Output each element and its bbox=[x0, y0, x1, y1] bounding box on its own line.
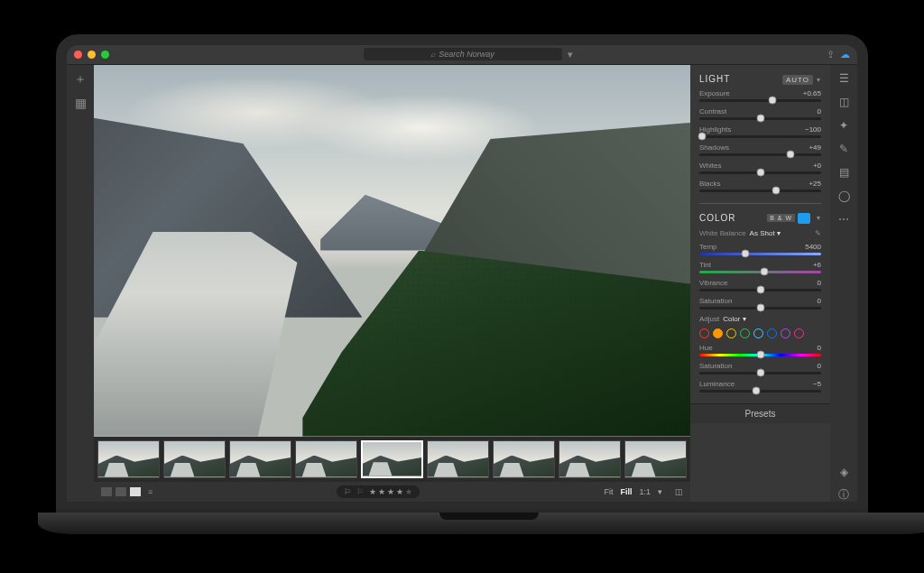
eyedropper-icon[interactable]: ✎ bbox=[815, 229, 821, 237]
exposure-knob[interactable] bbox=[769, 97, 777, 105]
crop-icon[interactable]: ◫ bbox=[837, 96, 850, 108]
bw-button[interactable]: B & W bbox=[767, 214, 795, 222]
radial-gradient-icon[interactable]: ◯ bbox=[837, 189, 850, 202]
shadows-slider[interactable]: Shadows+49 bbox=[699, 143, 821, 156]
search-input[interactable]: ⌕ Search Norway bbox=[364, 48, 562, 60]
vibrance-knob[interactable] bbox=[756, 286, 764, 294]
more-icon[interactable]: ⋯ bbox=[837, 213, 850, 226]
detail-view-button[interactable] bbox=[130, 487, 141, 496]
saturation-slider[interactable]: Saturation0 bbox=[699, 297, 821, 310]
blacks-knob[interactable] bbox=[772, 187, 781, 195]
thumbnail-6[interactable] bbox=[493, 440, 555, 478]
contrast-knob[interactable] bbox=[756, 115, 764, 123]
light-title: LIGHT bbox=[699, 74, 730, 84]
add-photos-icon[interactable]: ＋ bbox=[73, 72, 88, 87]
compare-view-button[interactable] bbox=[116, 487, 126, 496]
info-icon[interactable]: ⓘ bbox=[837, 489, 850, 502]
color-mode-button[interactable] bbox=[798, 213, 810, 224]
linear-gradient-icon[interactable]: ▤ bbox=[837, 166, 850, 179]
thumbnail-4[interactable] bbox=[361, 440, 423, 478]
hue-slider[interactable]: Hue0 bbox=[699, 344, 821, 356]
healing-brush-icon[interactable]: ✦ bbox=[837, 119, 850, 132]
search-placeholder: Search Norway bbox=[439, 50, 494, 59]
vibrance-slider[interactable]: Vibrance0 bbox=[699, 279, 821, 291]
color-swatch-5[interactable] bbox=[767, 328, 777, 338]
auto-button[interactable]: AUTO bbox=[782, 75, 813, 85]
color-swatch-2[interactable] bbox=[726, 328, 736, 338]
cloud-sync-icon[interactable]: ☁ bbox=[840, 49, 850, 60]
shadows-knob[interactable] bbox=[787, 151, 795, 159]
color-swatch-4[interactable] bbox=[753, 328, 763, 338]
edit-panel: LIGHT AUTO▾ Exposure+0.65 Contrast0 High… bbox=[690, 65, 830, 502]
window-close-button[interactable] bbox=[74, 51, 82, 59]
star-2[interactable]: ★ bbox=[378, 487, 385, 496]
temp-slider[interactable]: Temp5400 bbox=[699, 243, 821, 255]
luminance-slider[interactable]: Luminance−5 bbox=[699, 380, 821, 393]
photo-fjord-landscape bbox=[94, 65, 690, 437]
color-swatch-7[interactable] bbox=[794, 328, 804, 338]
thumbnail-8[interactable] bbox=[624, 440, 687, 478]
color-swatch-1[interactable] bbox=[713, 328, 723, 338]
filmstrip bbox=[94, 437, 690, 482]
contrast-slider[interactable]: Contrast0 bbox=[699, 107, 821, 120]
library-icon[interactable]: ▦ bbox=[73, 96, 88, 110]
star-5[interactable]: ★ bbox=[405, 487, 412, 496]
tint-knob[interactable] bbox=[760, 268, 768, 276]
main-photo[interactable] bbox=[94, 65, 690, 437]
thumbnail-2[interactable] bbox=[229, 440, 291, 478]
wb-dropdown[interactable]: As Shot ▾ bbox=[750, 229, 781, 237]
sort-icon[interactable]: ≡ bbox=[148, 487, 152, 496]
color-swatch-6[interactable] bbox=[781, 328, 790, 338]
window-zoom-button[interactable] bbox=[101, 51, 109, 59]
zoom-fill-button[interactable]: Fill bbox=[620, 487, 632, 496]
highlights-slider[interactable]: Highlights−100 bbox=[699, 125, 821, 138]
mix-saturation-slider[interactable]: Saturation0 bbox=[699, 362, 821, 374]
star-1[interactable]: ★ bbox=[369, 487, 376, 496]
exposure-slider[interactable]: Exposure+0.65 bbox=[699, 89, 821, 102]
thumbnail-7[interactable] bbox=[559, 440, 621, 478]
laptop-camera bbox=[459, 38, 465, 43]
zoom-1to1-button[interactable]: 1:1 bbox=[639, 487, 651, 496]
color-chevron-icon[interactable]: ▾ bbox=[817, 214, 821, 222]
brush-icon[interactable]: ✎ bbox=[837, 143, 850, 155]
show-original-icon[interactable]: ◫ bbox=[675, 487, 683, 496]
thumbnail-3[interactable] bbox=[295, 440, 357, 478]
center-area: ≡ ⚐ ⚐ ★ ★ ★ ★ ★ Fit Fill bbox=[94, 65, 690, 502]
whites-knob[interactable] bbox=[756, 169, 764, 177]
share-icon[interactable]: ⇪ bbox=[827, 49, 835, 60]
highlights-knob[interactable] bbox=[698, 133, 706, 141]
star-3[interactable]: ★ bbox=[387, 487, 394, 496]
star-4[interactable]: ★ bbox=[396, 487, 403, 496]
temp-knob[interactable] bbox=[742, 250, 750, 258]
zoom-fit-button[interactable]: Fit bbox=[604, 487, 613, 496]
light-chevron-icon[interactable]: ▾ bbox=[817, 76, 821, 84]
whites-slider[interactable]: Whites+0 bbox=[699, 162, 821, 174]
light-section-header[interactable]: LIGHT AUTO▾ bbox=[699, 74, 821, 84]
adjust-dropdown[interactable]: Color ▾ bbox=[723, 315, 745, 323]
mix-sat-knob[interactable] bbox=[756, 369, 764, 377]
rating-pill[interactable]: ⚐ ⚐ ★ ★ ★ ★ ★ bbox=[337, 485, 420, 498]
grid-view-button[interactable] bbox=[101, 487, 112, 496]
tint-slider[interactable]: Tint+6 bbox=[699, 261, 821, 273]
color-section-header[interactable]: COLOR B & W ▾ bbox=[699, 213, 821, 224]
window-minimize-button[interactable] bbox=[88, 51, 96, 59]
flag-pick-icon[interactable]: ⚐ bbox=[344, 487, 351, 496]
flag-reject-icon[interactable]: ⚐ bbox=[356, 487, 364, 496]
right-toolstrip: ☰ ◫ ✦ ✎ ▤ ◯ ⋯ ◈ ⓘ bbox=[830, 65, 857, 502]
search-icon: ⌕ bbox=[430, 50, 435, 59]
thumbnail-0[interactable] bbox=[97, 440, 160, 478]
lum-knob[interactable] bbox=[753, 387, 761, 395]
hue-knob[interactable] bbox=[756, 351, 764, 359]
thumbnail-1[interactable] bbox=[163, 440, 226, 478]
color-swatch-3[interactable] bbox=[740, 328, 750, 338]
tag-icon[interactable]: ◈ bbox=[837, 466, 850, 478]
blacks-slider[interactable]: Blacks+25 bbox=[699, 180, 821, 192]
saturation-knob[interactable] bbox=[756, 304, 764, 312]
filter-icon[interactable]: ▾ bbox=[568, 49, 573, 60]
color-swatch-0[interactable] bbox=[699, 328, 709, 338]
presets-button[interactable]: Presets bbox=[690, 403, 830, 423]
zoom-dropdown-icon[interactable]: ▾ bbox=[658, 487, 662, 496]
titlebar: ⌕ Search Norway ▾ ⇪ ☁ bbox=[67, 45, 857, 65]
edit-sliders-icon[interactable]: ☰ bbox=[837, 72, 850, 85]
thumbnail-5[interactable] bbox=[427, 440, 489, 478]
